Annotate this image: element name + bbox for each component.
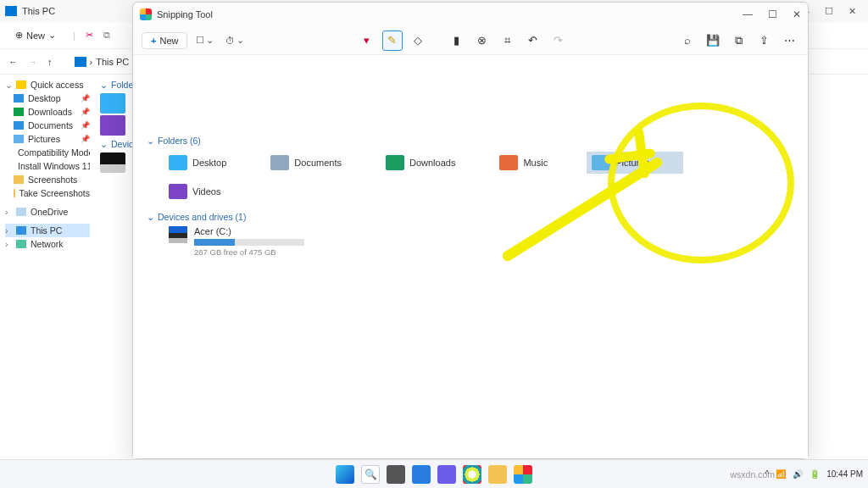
snipping-tool-icon [140, 8, 152, 20]
fe-max-button[interactable]: ☐ [825, 6, 833, 17]
ruler-icon[interactable]: ▮ [447, 30, 467, 51]
highlighter-circle-annotation [608, 103, 794, 263]
taskview-icon[interactable] [387, 465, 405, 484]
more-icon[interactable]: ⋯ [779, 30, 799, 51]
forward-button[interactable]: → [28, 57, 37, 67]
folder-thumb[interactable] [100, 115, 125, 136]
fe-sidebar: ⌄Quick access Desktop📌Downloads📌Document… [0, 75, 95, 468]
snip-new-button[interactable]: +New [142, 32, 187, 49]
snip-min-button[interactable]: — [743, 8, 753, 20]
snip-title: Snipping Tool [157, 9, 213, 19]
copy-icon[interactable]: ⧉ [728, 30, 748, 51]
sidebar-network[interactable]: ›Network [5, 237, 90, 251]
drive-usage-bar [194, 239, 304, 246]
system-tray[interactable]: ^ 📶 🔊 🔋 10:44 PM [765, 469, 863, 479]
sidebar-item-desktop[interactable]: Desktop📌 [5, 92, 90, 105]
highlighter-tool-icon[interactable]: ✎ [382, 30, 403, 51]
touch-writing-icon[interactable]: ⊗ [472, 30, 492, 51]
address-text: This PC [96, 57, 129, 67]
undo-icon[interactable]: ↶ [523, 30, 543, 51]
sidebar-item-downloads[interactable]: Downloads📌 [5, 105, 90, 119]
sidebar-onedrive[interactable]: ›OneDrive [5, 205, 90, 219]
folder-thumb[interactable] [100, 93, 125, 114]
wifi-icon[interactable]: 📶 [776, 469, 786, 479]
up-button[interactable]: ↑ [47, 57, 53, 67]
pen-tool-icon[interactable]: ▾ [357, 30, 377, 51]
taskbar: 🔍 wsxdn.com ^ 📶 🔊 🔋 10:44 PM [0, 459, 868, 488]
redo-icon[interactable]: ↷ [548, 30, 569, 51]
sidebar-item-install-windows-11[interactable]: Install Windows 11 [5, 159, 90, 173]
folder-desktop[interactable]: Desktop [164, 152, 231, 174]
downloads-folder-icon [386, 155, 404, 170]
battery-icon[interactable]: 🔋 [810, 469, 820, 479]
sidebar-item-pictures[interactable]: Pictures📌 [5, 132, 90, 146]
snip-canvas[interactable]: ⌄Folders (6) DesktopDocumentsDownloadsMu… [133, 55, 808, 458]
snip-max-button[interactable]: ☐ [768, 8, 777, 20]
chrome-icon[interactable] [463, 465, 481, 484]
address-bar[interactable]: › This PC [75, 57, 130, 67]
copy-icon[interactable]: ⧉ [103, 30, 110, 41]
drive-thumb[interactable] [100, 152, 125, 173]
eraser-tool-icon[interactable]: ◇ [408, 30, 428, 51]
snip-close-button[interactable]: ✕ [793, 8, 801, 20]
explorer-icon[interactable] [488, 465, 507, 484]
tray-overflow-icon[interactable]: ^ [765, 469, 769, 479]
drive-icon [169, 226, 187, 243]
videos-folder-icon [169, 184, 187, 199]
sidebar-item-documents[interactable]: Documents📌 [5, 119, 90, 132]
snip-titlebar: Snipping Tool — ☐ ✕ [133, 3, 808, 26]
volume-icon[interactable]: 🔊 [793, 469, 803, 479]
documents-folder-icon [270, 155, 289, 170]
fe-close-button[interactable]: ✕ [849, 6, 856, 17]
share-icon[interactable]: ⇪ [754, 30, 774, 51]
taskbar-search-icon[interactable]: 🔍 [361, 465, 380, 484]
taskbar-clock[interactable]: 10:44 PM [826, 469, 863, 479]
widgets-icon[interactable] [412, 465, 431, 484]
sidebar-quick-access[interactable]: ⌄Quick access [5, 78, 90, 92]
crop-icon[interactable]: ⌗ [498, 30, 518, 51]
sidebar-item-compatibility-mode[interactable]: Compatibility Mode [5, 146, 90, 159]
folder-documents[interactable]: Documents [265, 152, 347, 174]
cut-icon[interactable]: ✂ [86, 30, 93, 41]
chat-icon[interactable] [437, 465, 456, 484]
this-pc-icon [75, 57, 86, 67]
music-folder-icon [499, 155, 518, 170]
start-button[interactable] [336, 465, 354, 484]
snipping-tool-taskbar-icon[interactable] [514, 465, 532, 484]
this-pc-icon [5, 6, 17, 16]
folder-music[interactable]: Music [494, 152, 553, 174]
snip-toolbar: +New ☐⌄ ⏱⌄ ▾ ✎ ◇ ▮ ⊗ ⌗ ↶ ↷ ⌕ 💾 ⧉ ⇪ ⋯ [133, 26, 808, 55]
back-button[interactable]: ← [8, 57, 18, 67]
save-icon[interactable]: 💾 [703, 30, 723, 51]
drive-free-text: 287 GB free of 475 GB [194, 247, 304, 257]
drive-label: Acer (C:) [194, 226, 304, 236]
folder-downloads[interactable]: Downloads [381, 152, 460, 174]
fe-new-button[interactable]: ⊕ New ⌄ [8, 28, 63, 42]
folder-videos[interactable]: Videos [164, 180, 225, 202]
snip-mode-dropdown[interactable]: ☐⌄ [192, 33, 217, 47]
desktop-folder-icon [169, 155, 187, 170]
zoom-icon[interactable]: ⌕ [677, 30, 698, 51]
sidebar-this-pc[interactable]: ›This PC [5, 224, 90, 237]
snipping-tool-window: Snipping Tool — ☐ ✕ +New ☐⌄ ⏱⌄ ▾ ✎ ◇ ▮ ⊗… [132, 2, 809, 459]
sidebar-item-screenshots[interactable]: Screenshots [5, 173, 90, 186]
sidebar-item-take-screenshots[interactable]: Take Screenshots [5, 186, 90, 200]
snip-delay-dropdown[interactable]: ⏱⌄ [222, 33, 248, 47]
fe-title: This PC [22, 6, 55, 16]
